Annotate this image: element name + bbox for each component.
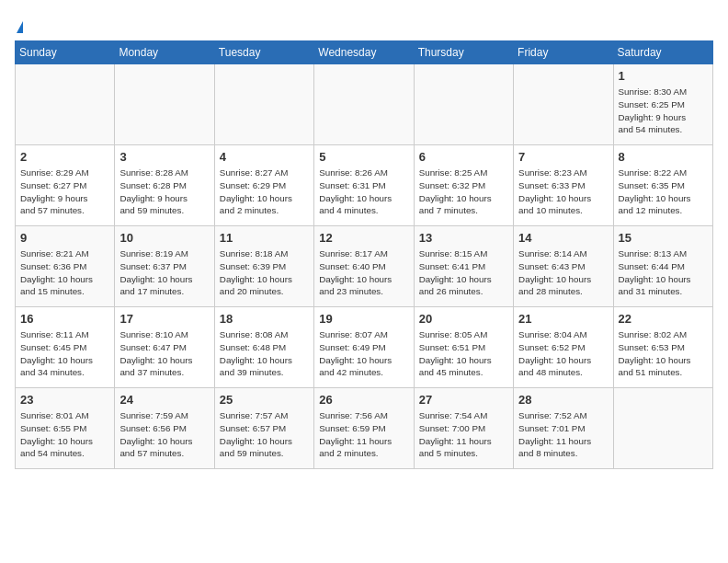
calendar-cell <box>414 63 513 144</box>
day-number: 6 <box>419 149 508 166</box>
day-number: 23 <box>20 392 109 408</box>
calendar-cell: 26Sunrise: 7:56 AM Sunset: 6:59 PM Dayli… <box>314 387 414 468</box>
calendar-cell: 6Sunrise: 8:25 AM Sunset: 6:32 PM Daylig… <box>414 144 513 225</box>
calendar-cell: 7Sunrise: 8:23 AM Sunset: 6:33 PM Daylig… <box>514 144 613 225</box>
calendar-cell <box>214 63 313 144</box>
logo <box>15 15 23 33</box>
day-number: 24 <box>119 392 209 408</box>
day-number: 18 <box>220 311 309 327</box>
calendar-cell: 12Sunrise: 8:17 AM Sunset: 6:40 PM Dayli… <box>314 225 414 306</box>
day-detail: Sunrise: 8:18 AM Sunset: 6:39 PM Dayligh… <box>220 247 309 298</box>
day-number: 5 <box>319 149 408 166</box>
calendar-cell: 24Sunrise: 7:59 AM Sunset: 6:56 PM Dayli… <box>115 387 214 468</box>
calendar-cell: 21Sunrise: 8:04 AM Sunset: 6:52 PM Dayli… <box>514 306 613 387</box>
day-detail: Sunrise: 7:59 AM Sunset: 6:56 PM Dayligh… <box>119 409 209 460</box>
day-number: 19 <box>319 311 408 327</box>
calendar-cell <box>613 387 712 468</box>
calendar-cell: 16Sunrise: 8:11 AM Sunset: 6:45 PM Dayli… <box>16 306 115 387</box>
calendar-cell <box>514 63 613 144</box>
day-number: 20 <box>419 311 508 327</box>
day-number: 9 <box>20 230 109 247</box>
day-detail: Sunrise: 8:29 AM Sunset: 6:27 PM Dayligh… <box>20 167 109 217</box>
day-number: 3 <box>119 149 209 166</box>
day-number: 1 <box>619 68 708 85</box>
day-number: 7 <box>518 149 608 166</box>
day-detail: Sunrise: 8:04 AM Sunset: 6:52 PM Dayligh… <box>518 328 608 379</box>
day-header-sunday: Sunday <box>16 40 115 63</box>
day-number: 22 <box>619 311 708 327</box>
calendar-cell: 28Sunrise: 7:52 AM Sunset: 7:01 PM Dayli… <box>514 387 613 468</box>
day-header-saturday: Saturday <box>613 40 712 63</box>
calendar-cell: 27Sunrise: 7:54 AM Sunset: 7:00 PM Dayli… <box>414 387 513 468</box>
day-number: 17 <box>119 311 209 327</box>
day-header-thursday: Thursday <box>414 40 513 63</box>
day-detail: Sunrise: 8:11 AM Sunset: 6:45 PM Dayligh… <box>20 328 109 379</box>
day-number: 25 <box>220 392 309 408</box>
calendar-cell <box>314 63 414 144</box>
day-header-wednesday: Wednesday <box>314 40 414 63</box>
day-number: 14 <box>518 230 608 247</box>
day-detail: Sunrise: 8:19 AM Sunset: 6:37 PM Dayligh… <box>119 247 209 298</box>
day-header-tuesday: Tuesday <box>214 40 313 63</box>
day-detail: Sunrise: 8:30 AM Sunset: 6:25 PM Dayligh… <box>619 86 708 136</box>
day-detail: Sunrise: 8:17 AM Sunset: 6:40 PM Dayligh… <box>319 247 408 298</box>
day-number: 28 <box>518 392 608 408</box>
day-detail: Sunrise: 8:02 AM Sunset: 6:53 PM Dayligh… <box>619 328 708 379</box>
day-detail: Sunrise: 7:52 AM Sunset: 7:01 PM Dayligh… <box>518 409 608 460</box>
day-number: 11 <box>220 230 309 247</box>
calendar-cell: 25Sunrise: 7:57 AM Sunset: 6:57 PM Dayli… <box>214 387 313 468</box>
calendar-cell: 1Sunrise: 8:30 AM Sunset: 6:25 PM Daylig… <box>613 63 712 144</box>
day-detail: Sunrise: 8:05 AM Sunset: 6:51 PM Dayligh… <box>419 328 508 379</box>
day-detail: Sunrise: 8:07 AM Sunset: 6:49 PM Dayligh… <box>319 328 408 379</box>
calendar-cell: 14Sunrise: 8:14 AM Sunset: 6:43 PM Dayli… <box>514 225 613 306</box>
day-number: 15 <box>619 230 708 247</box>
day-number: 26 <box>319 392 408 408</box>
day-detail: Sunrise: 8:28 AM Sunset: 6:28 PM Dayligh… <box>119 167 209 217</box>
calendar-cell: 11Sunrise: 8:18 AM Sunset: 6:39 PM Dayli… <box>214 225 313 306</box>
calendar-cell: 3Sunrise: 8:28 AM Sunset: 6:28 PM Daylig… <box>115 144 214 225</box>
calendar-cell <box>16 63 115 144</box>
day-detail: Sunrise: 8:01 AM Sunset: 6:55 PM Dayligh… <box>20 409 109 460</box>
calendar-cell: 23Sunrise: 8:01 AM Sunset: 6:55 PM Dayli… <box>16 387 115 468</box>
day-number: 13 <box>419 230 508 247</box>
day-detail: Sunrise: 8:26 AM Sunset: 6:31 PM Dayligh… <box>319 167 408 217</box>
calendar-cell: 15Sunrise: 8:13 AM Sunset: 6:44 PM Dayli… <box>613 225 712 306</box>
page-header <box>15 15 713 33</box>
calendar-cell: 4Sunrise: 8:27 AM Sunset: 6:29 PM Daylig… <box>214 144 313 225</box>
day-number: 4 <box>220 149 309 166</box>
day-detail: Sunrise: 7:56 AM Sunset: 6:59 PM Dayligh… <box>319 409 408 460</box>
calendar-cell: 2Sunrise: 8:29 AM Sunset: 6:27 PM Daylig… <box>16 144 115 225</box>
day-number: 12 <box>319 230 408 247</box>
day-detail: Sunrise: 8:13 AM Sunset: 6:44 PM Dayligh… <box>619 247 708 298</box>
day-detail: Sunrise: 8:22 AM Sunset: 6:35 PM Dayligh… <box>619 167 708 217</box>
day-detail: Sunrise: 8:10 AM Sunset: 6:47 PM Dayligh… <box>119 328 209 379</box>
calendar-cell: 10Sunrise: 8:19 AM Sunset: 6:37 PM Dayli… <box>115 225 214 306</box>
day-header-friday: Friday <box>514 40 613 63</box>
day-number: 27 <box>419 392 508 408</box>
calendar-cell: 22Sunrise: 8:02 AM Sunset: 6:53 PM Dayli… <box>613 306 712 387</box>
day-number: 16 <box>20 311 109 327</box>
calendar-cell: 17Sunrise: 8:10 AM Sunset: 6:47 PM Dayli… <box>115 306 214 387</box>
day-detail: Sunrise: 8:23 AM Sunset: 6:33 PM Dayligh… <box>518 167 608 217</box>
day-detail: Sunrise: 8:14 AM Sunset: 6:43 PM Dayligh… <box>518 247 608 298</box>
calendar-table: SundayMondayTuesdayWednesdayThursdayFrid… <box>15 40 713 469</box>
day-detail: Sunrise: 7:54 AM Sunset: 7:00 PM Dayligh… <box>419 409 508 460</box>
day-header-monday: Monday <box>115 40 214 63</box>
day-detail: Sunrise: 8:21 AM Sunset: 6:36 PM Dayligh… <box>20 247 109 298</box>
calendar-cell: 13Sunrise: 8:15 AM Sunset: 6:41 PM Dayli… <box>414 225 513 306</box>
calendar-cell: 8Sunrise: 8:22 AM Sunset: 6:35 PM Daylig… <box>613 144 712 225</box>
day-detail: Sunrise: 8:15 AM Sunset: 6:41 PM Dayligh… <box>419 247 508 298</box>
day-detail: Sunrise: 8:08 AM Sunset: 6:48 PM Dayligh… <box>220 328 309 379</box>
calendar-cell <box>115 63 214 144</box>
day-number: 2 <box>20 149 109 166</box>
calendar-cell: 18Sunrise: 8:08 AM Sunset: 6:48 PM Dayli… <box>214 306 313 387</box>
calendar-cell: 20Sunrise: 8:05 AM Sunset: 6:51 PM Dayli… <box>414 306 513 387</box>
day-detail: Sunrise: 8:25 AM Sunset: 6:32 PM Dayligh… <box>419 167 508 217</box>
calendar-cell: 9Sunrise: 8:21 AM Sunset: 6:36 PM Daylig… <box>16 225 115 306</box>
day-number: 21 <box>518 311 608 327</box>
calendar-cell: 5Sunrise: 8:26 AM Sunset: 6:31 PM Daylig… <box>314 144 414 225</box>
day-number: 10 <box>119 230 209 247</box>
calendar-cell: 19Sunrise: 8:07 AM Sunset: 6:49 PM Dayli… <box>314 306 414 387</box>
day-detail: Sunrise: 8:27 AM Sunset: 6:29 PM Dayligh… <box>220 167 309 217</box>
day-detail: Sunrise: 7:57 AM Sunset: 6:57 PM Dayligh… <box>220 409 309 460</box>
